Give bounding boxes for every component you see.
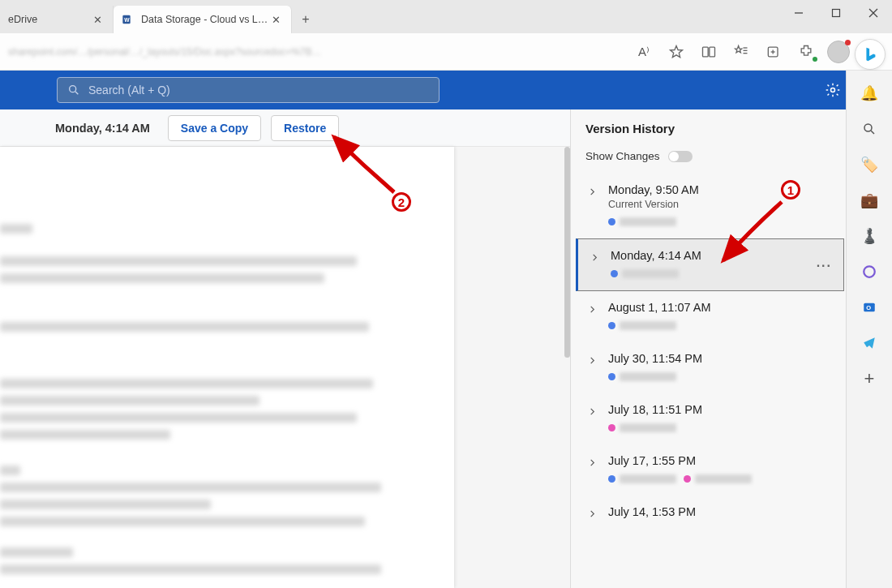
window-close-button[interactable]: [855, 0, 892, 26]
svg-marker-9: [735, 45, 742, 52]
annotation-marker-2: 2: [392, 192, 411, 212]
version-more-icon[interactable]: ···: [817, 259, 832, 273]
version-time: July 18, 11:51 PM: [608, 403, 833, 416]
selected-version-timestamp: Monday, 4:14 AM: [55, 122, 150, 135]
edge-sidebar: 🔔 🏷️ 💼 ♟️ O +: [846, 71, 892, 588]
tab-label: Data Storage - Cloud vs Local.do…: [141, 14, 268, 25]
svg-rect-7: [703, 47, 709, 57]
annotation-marker-1: 1: [781, 180, 800, 200]
chevron-right-icon: [590, 251, 599, 265]
new-tab-button[interactable]: +: [292, 6, 319, 33]
show-changes-label: Show Changes: [585, 150, 660, 162]
collections-icon[interactable]: [757, 36, 790, 68]
version-history-title: Version History: [571, 109, 846, 147]
version-time: July 14, 1:53 PM: [608, 505, 833, 518]
version-author: [608, 420, 833, 435]
svg-text:O: O: [866, 304, 871, 311]
version-author: [608, 369, 833, 384]
version-subtitle: Current Version: [608, 199, 833, 210]
restore-button[interactable]: Restore: [271, 115, 339, 141]
close-tab-icon[interactable]: ✕: [90, 12, 105, 27]
split-screen-icon[interactable]: [693, 36, 725, 68]
sidebar-outlook-icon[interactable]: O: [853, 291, 886, 324]
chevron-right-icon: [588, 405, 597, 419]
svg-marker-6: [671, 45, 683, 57]
version-list: Monday, 9:50 AMCurrent Version Monday, 4…: [571, 174, 846, 588]
svg-rect-8: [710, 47, 715, 57]
sidebar-telegram-icon[interactable]: [853, 327, 886, 359]
profile-avatar-icon[interactable]: [822, 36, 855, 68]
version-author: [608, 214, 833, 229]
version-item[interactable]: August 1, 11:07 AM: [576, 291, 846, 342]
version-author: [611, 266, 830, 281]
version-history-panel: Version History Show Changes Monday, 9:5…: [570, 109, 846, 588]
scrollbar[interactable]: [564, 147, 570, 358]
version-time: Monday, 4:14 AM: [611, 249, 830, 262]
version-item[interactable]: July 18, 11:51 PM: [576, 393, 846, 444]
svg-point-18: [831, 88, 835, 92]
window-maximize-button[interactable]: [817, 0, 855, 26]
search-input[interactable]: Search (Alt + Q): [57, 77, 440, 103]
chevron-right-icon: [588, 507, 597, 521]
browser-tab-strip: eDrive ✕ W Data Storage - Cloud vs Local…: [0, 0, 892, 33]
search-placeholder: Search (Alt + Q): [88, 84, 170, 97]
favorite-star-icon[interactable]: [660, 36, 693, 68]
settings-gear-icon[interactable]: [819, 76, 847, 104]
tab-label: eDrive: [8, 14, 90, 25]
browser-tab-onedrive[interactable]: eDrive ✕: [0, 6, 114, 33]
chevron-right-icon: [588, 456, 597, 470]
svg-point-21: [864, 266, 875, 277]
svg-text:W: W: [124, 17, 130, 23]
version-author: [608, 471, 833, 486]
window-controls: [780, 0, 892, 33]
sidebar-games-icon[interactable]: ♟️: [853, 220, 886, 252]
version-item[interactable]: Monday, 9:50 AMCurrent Version: [576, 174, 846, 238]
bing-chat-icon[interactable]: [855, 39, 886, 70]
svg-line-17: [75, 92, 78, 94]
chevron-right-icon: [588, 354, 597, 368]
svg-line-20: [871, 131, 874, 134]
sidebar-briefcase-icon[interactable]: 💼: [853, 184, 886, 217]
version-author: [608, 318, 833, 333]
browser-tab-word-doc[interactable]: W Data Storage - Cloud vs Local.do… ✕: [114, 6, 292, 33]
svg-point-19: [864, 124, 872, 131]
read-aloud-icon[interactable]: A⁾: [628, 36, 660, 68]
chevron-right-icon: [588, 185, 597, 200]
document-page: [0, 147, 454, 588]
sidebar-office-icon[interactable]: [853, 255, 886, 288]
word-icon: W: [122, 13, 135, 26]
extensions-icon[interactable]: [790, 36, 822, 68]
version-time: July 30, 11:54 PM: [608, 352, 833, 365]
sidebar-add-icon[interactable]: +: [853, 363, 886, 395]
show-changes-toggle[interactable]: [668, 151, 693, 162]
save-a-copy-button[interactable]: Save a Copy: [168, 115, 261, 141]
browser-toolbar: sharepoint.com/…/personal/…/_layouts/15/…: [0, 33, 892, 71]
svg-point-16: [70, 86, 76, 92]
version-action-bar: Monday, 4:14 AM Save a Copy Restore: [0, 109, 570, 147]
version-time: August 1, 11:07 AM: [608, 301, 833, 314]
sidebar-tag-icon[interactable]: 🏷️: [853, 148, 886, 181]
address-bar[interactable]: sharepoint.com/…/personal/…/_layouts/15/…: [0, 40, 621, 64]
version-time: July 17, 1:55 PM: [608, 454, 833, 467]
window-minimize-button[interactable]: [780, 0, 817, 26]
version-item[interactable]: July 17, 1:55 PM: [576, 444, 846, 496]
app-header: Search (Alt + Q): [0, 71, 892, 109]
version-item[interactable]: July 14, 1:53 PM: [576, 496, 846, 532]
version-item[interactable]: July 30, 11:54 PM: [576, 342, 846, 393]
document-pane: Monday, 4:14 AM Save a Copy Restore: [0, 109, 570, 588]
close-tab-icon[interactable]: ✕: [268, 12, 283, 27]
chevron-right-icon: [588, 303, 597, 317]
sidebar-bell-icon[interactable]: 🔔: [853, 77, 886, 109]
svg-rect-3: [833, 10, 840, 17]
version-item[interactable]: Monday, 4:14 AM ···: [576, 238, 844, 291]
favorites-list-icon[interactable]: [725, 36, 757, 68]
sidebar-search-icon[interactable]: [853, 113, 886, 145]
